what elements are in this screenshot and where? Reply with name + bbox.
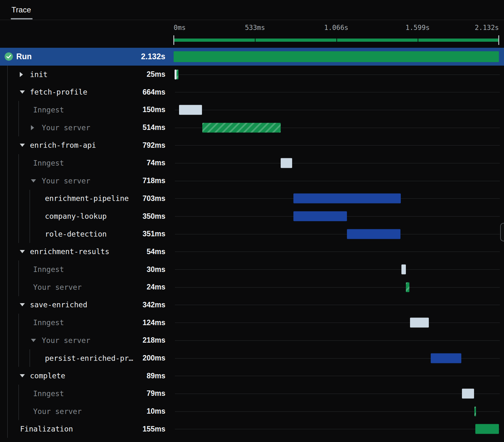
indent-guide-line	[7, 190, 8, 208]
trace-row-fetch-profile[interactable]: fetch-profile664ms	[0, 83, 504, 101]
span-bar-inngest[interactable]	[410, 318, 429, 328]
trace-row-inngest[interactable]: Inngest30ms	[0, 260, 504, 278]
row-label-cell: Inngest74ms	[0, 154, 173, 172]
row-label-cell: Inngest79ms	[0, 385, 173, 403]
indent-guide-line	[7, 278, 8, 296]
caret-down-icon[interactable]	[20, 249, 26, 254]
indent-guide-line	[7, 403, 8, 420]
row-label-cell: Inngest150ms	[0, 101, 173, 119]
indent-guide-line	[18, 332, 19, 349]
trace-row-role-detection[interactable]: role-detection351ms	[0, 225, 504, 243]
trace-row-your-server[interactable]: Your server10ms	[0, 403, 504, 420]
indent-guide-line	[7, 420, 8, 438]
span-bar-step[interactable]	[347, 229, 400, 239]
span-duration: 25ms	[147, 70, 165, 79]
run-span-bar[interactable]	[174, 51, 499, 62]
caret-right-icon[interactable]	[31, 125, 37, 130]
trace-row-your-server[interactable]: Your server514ms	[0, 119, 504, 137]
trace-row-complete[interactable]: complete89ms	[0, 367, 504, 385]
indent-guide-line	[30, 225, 30, 243]
span-bar-server[interactable]	[406, 282, 409, 292]
span-name: complete	[30, 372, 65, 380]
span-duration: 792ms	[142, 141, 165, 150]
span-duration: 718ms	[142, 176, 165, 185]
row-chart-cell	[173, 119, 504, 137]
caret-down-icon[interactable]	[31, 338, 37, 343]
trace-row-save-enriched[interactable]: save-enriched342ms	[0, 296, 504, 314]
trace-row-your-server[interactable]: Your server24ms	[0, 278, 504, 296]
span-name: Inngest	[33, 318, 64, 327]
trace-row-enrich-from-api[interactable]: enrich-from-api792ms	[0, 136, 504, 154]
indent-guide-line	[7, 349, 8, 367]
indent-guide-line	[18, 172, 19, 190]
side-panel-handle[interactable]	[500, 223, 504, 241]
span-bar-step[interactable]	[293, 194, 401, 203]
span-duration: 124ms	[142, 318, 165, 327]
span-name: save-enriched	[30, 301, 87, 309]
trace-row-persist-enriched-pr[interactable]: persist-enriched-pr…200ms	[0, 349, 504, 367]
span-bar-inngest[interactable]	[179, 105, 202, 115]
run-row[interactable]: Run 2.132s	[0, 48, 504, 66]
indent-guide-line	[18, 119, 19, 137]
trace-row-inngest[interactable]: Inngest150ms	[0, 101, 504, 119]
span-duration: 10ms	[147, 407, 165, 416]
trace-row-your-server[interactable]: Your server718ms	[0, 172, 504, 190]
span-name: init	[30, 70, 47, 79]
row-label-cell: role-detection351ms	[0, 225, 173, 243]
axis-tick-label: 1.066s	[324, 24, 349, 32]
trace-row-enrichment-pipeline[interactable]: enrichment-pipeline703ms	[0, 190, 504, 208]
trace-row-finalization[interactable]: Finalization155ms	[0, 420, 504, 438]
row-chart-cell	[173, 385, 504, 403]
row-chart-cell	[173, 243, 504, 261]
span-bar-step[interactable]	[431, 353, 461, 363]
trace-row-init[interactable]: init25ms	[0, 66, 504, 83]
caret-down-icon[interactable]	[20, 373, 26, 378]
span-bar-inngest[interactable]	[281, 158, 292, 168]
row-chart-cell	[173, 190, 504, 208]
caret-down-icon[interactable]	[20, 89, 26, 95]
span-bar-server[interactable]	[202, 123, 281, 132]
trace-row-company-lookup[interactable]: company-lookup350ms	[0, 207, 504, 225]
axis-tick-label: 533ms	[245, 24, 265, 32]
timeline-minimap[interactable]	[174, 35, 499, 46]
span-bar-inngest[interactable]	[401, 265, 406, 274]
caret-down-icon[interactable]	[20, 302, 26, 307]
row-chart-cell	[173, 367, 504, 385]
indent-guide-line	[18, 225, 19, 243]
span-bar-step[interactable]	[293, 211, 347, 221]
span-name: Finalization	[20, 425, 73, 433]
indent-guide-line	[7, 332, 8, 349]
span-bar-server[interactable]	[176, 69, 178, 79]
row-label-cell: enrichment-results54ms	[0, 243, 173, 261]
row-chart-cell	[173, 314, 504, 332]
row-label-cell: init25ms	[0, 66, 173, 83]
indent-guide-line	[7, 136, 8, 154]
trace-row-inngest[interactable]: Inngest74ms	[0, 154, 504, 172]
span-bar-inngest[interactable]	[462, 389, 474, 398]
trace-row-your-server[interactable]: Your server218ms	[0, 332, 504, 349]
tab-trace[interactable]: Trace	[11, 0, 31, 20]
caret-right-icon[interactable]	[20, 72, 26, 77]
caret-down-icon[interactable]	[31, 178, 37, 183]
indent-guide-line	[7, 154, 8, 172]
trace-row-inngest[interactable]: Inngest124ms	[0, 314, 504, 332]
indent-guide-line	[7, 260, 8, 278]
row-chart-cell	[173, 332, 504, 349]
indent-guide-line	[30, 349, 30, 367]
indent-guide-line	[18, 278, 19, 296]
span-bar-server[interactable]	[474, 406, 476, 416]
span-bar-solid[interactable]	[475, 424, 499, 434]
indent-guide-line	[7, 119, 8, 137]
trace-row-inngest[interactable]: Inngest79ms	[0, 385, 504, 403]
caret-down-icon[interactable]	[20, 143, 26, 148]
row-chart-cell	[173, 83, 504, 101]
minimap-end-tick	[173, 35, 174, 45]
row-label-cell: Inngest124ms	[0, 314, 173, 332]
minimap-end-tick	[498, 35, 499, 45]
span-name: Your server	[33, 407, 82, 416]
indent-guide-line	[7, 243, 8, 261]
trace-row-enrichment-results[interactable]: enrichment-results54ms	[0, 243, 504, 261]
run-row-left: Run 2.132s	[0, 48, 173, 66]
span-duration: 79ms	[147, 389, 165, 398]
indent-guide-line	[7, 66, 8, 83]
